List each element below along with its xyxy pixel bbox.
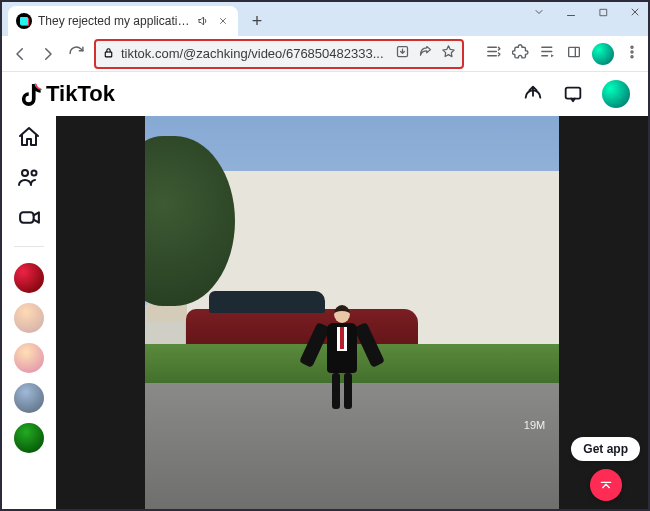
svg-point-8 <box>22 170 28 176</box>
address-actions <box>395 44 456 63</box>
forward-icon[interactable] <box>38 44 58 64</box>
scroll-top-button[interactable] <box>590 469 622 501</box>
sidebar-separator <box>14 246 44 247</box>
video-frame[interactable]: 19M <box>145 116 559 509</box>
bookmark-star-icon[interactable] <box>441 44 456 63</box>
svg-point-5 <box>631 50 633 52</box>
svg-rect-10 <box>20 212 34 222</box>
extensions-icon[interactable] <box>512 43 529 64</box>
svg-rect-3 <box>569 47 580 56</box>
profile-avatar-icon[interactable] <box>592 43 614 65</box>
suggested-4[interactable] <box>14 383 44 413</box>
site-header: TikTok <box>2 72 648 116</box>
side-panel-icon[interactable] <box>566 44 582 64</box>
suggested-1[interactable] <box>14 263 44 293</box>
suggested-2[interactable] <box>14 303 44 333</box>
home-icon[interactable] <box>16 124 42 150</box>
live-icon[interactable] <box>16 204 42 230</box>
svg-rect-0 <box>600 9 606 15</box>
content-area: 19M Get app <box>56 116 648 509</box>
floating-actions: Get app <box>571 437 640 501</box>
suggested-3[interactable] <box>14 343 44 373</box>
sidebar <box>2 116 56 509</box>
header-actions <box>522 80 630 108</box>
maximize-icon[interactable] <box>596 6 610 21</box>
browser-titlebar: They rejected my application + <box>2 2 648 36</box>
video-scene-person <box>319 305 365 415</box>
browser-tab[interactable]: They rejected my application <box>8 6 238 36</box>
user-avatar[interactable] <box>602 80 630 108</box>
inbox-icon[interactable] <box>562 83 584 105</box>
kebab-menu-icon[interactable] <box>624 44 640 64</box>
reload-icon[interactable] <box>66 44 86 64</box>
tiktok-logo[interactable]: TikTok <box>20 81 115 107</box>
tab-close-icon[interactable] <box>216 14 230 28</box>
minimize-icon[interactable] <box>564 6 578 21</box>
like-count: 19M <box>524 419 545 431</box>
get-app-button[interactable]: Get app <box>571 437 640 461</box>
browser-toolbar: tiktok.com/@zachking/video/676850482333.… <box>2 36 648 72</box>
video-background: 19M <box>56 116 648 509</box>
following-icon[interactable] <box>16 164 42 190</box>
lock-icon <box>102 45 115 63</box>
address-bar[interactable]: tiktok.com/@zachking/video/676850482333.… <box>94 39 464 69</box>
main-area: 19M Get app <box>2 116 648 509</box>
chevron-down-icon[interactable] <box>532 6 546 21</box>
back-icon[interactable] <box>10 44 30 64</box>
tiktok-favicon <box>16 13 32 29</box>
tiktok-logo-icon <box>20 81 42 107</box>
window-controls <box>532 6 642 21</box>
suggested-5[interactable] <box>14 423 44 453</box>
close-window-icon[interactable] <box>628 6 642 21</box>
playlist-icon[interactable] <box>539 43 556 64</box>
svg-rect-7 <box>566 88 581 99</box>
url-text: tiktok.com/@zachking/video/676850482333.… <box>121 46 389 61</box>
share-icon[interactable] <box>418 44 433 63</box>
svg-point-9 <box>32 171 37 176</box>
svg-point-4 <box>631 46 633 48</box>
install-app-icon[interactable] <box>395 44 410 63</box>
reading-list-icon[interactable] <box>485 43 502 64</box>
svg-point-6 <box>631 55 633 57</box>
svg-rect-1 <box>105 51 112 56</box>
tab-title: They rejected my application <box>38 14 190 28</box>
new-tab-button[interactable]: + <box>244 8 270 34</box>
tab-audio-icon[interactable] <box>196 14 210 28</box>
upload-icon[interactable] <box>522 83 544 105</box>
extension-row <box>485 43 640 65</box>
logo-text: TikTok <box>46 81 115 107</box>
